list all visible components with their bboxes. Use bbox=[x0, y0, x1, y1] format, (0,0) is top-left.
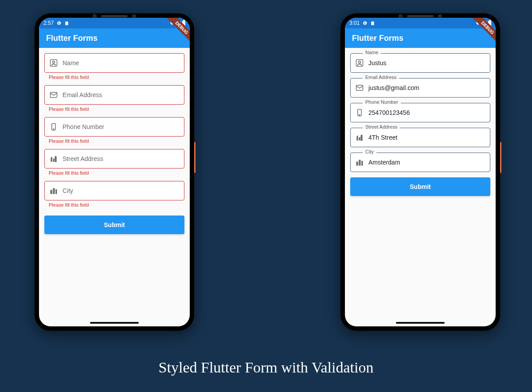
phone-icon bbox=[355, 108, 364, 117]
phone-placeholder: Phone Number bbox=[63, 123, 104, 130]
email-field[interactable]: justus@gmail.com bbox=[350, 78, 490, 98]
nav-gesture-bar bbox=[396, 322, 445, 324]
street-icon bbox=[49, 154, 58, 163]
city-field[interactable]: Amsterdam bbox=[350, 153, 490, 172]
name-field[interactable]: Justus bbox=[350, 53, 490, 73]
city-icon bbox=[355, 158, 364, 167]
name-error: Please fill this field bbox=[44, 73, 184, 82]
gear-icon bbox=[56, 20, 62, 26]
mail-icon bbox=[355, 83, 364, 92]
city-icon bbox=[49, 186, 58, 195]
svg-rect-0 bbox=[66, 21, 68, 25]
status-time: 3:01 bbox=[349, 20, 360, 26]
app-bar: Flutter Forms bbox=[39, 28, 190, 48]
svg-rect-6 bbox=[372, 21, 374, 25]
card-icon bbox=[370, 20, 375, 26]
phone-value: 254700123456 bbox=[368, 109, 410, 116]
status-bar: 2:57 bbox=[39, 18, 190, 28]
submit-label: Submit bbox=[410, 183, 430, 190]
street-icon bbox=[355, 133, 364, 142]
submit-label: Submit bbox=[104, 221, 125, 228]
submit-button[interactable]: Submit bbox=[350, 177, 490, 196]
submit-button[interactable]: Submit bbox=[44, 216, 184, 234]
street-label: Street Address bbox=[363, 124, 400, 129]
email-value: justus@gmail.com bbox=[368, 84, 419, 91]
svg-point-8 bbox=[359, 61, 361, 63]
status-time: 2:57 bbox=[43, 20, 54, 26]
nav-gesture-bar bbox=[90, 322, 139, 324]
name-label: Name bbox=[363, 50, 381, 55]
email-error: Please fill this field bbox=[44, 105, 184, 114]
phone-error: Please fill this field bbox=[44, 137, 184, 146]
phone-field[interactable]: 254700123456 bbox=[350, 103, 490, 122]
app-title: Flutter Forms bbox=[46, 34, 98, 43]
city-error: Please fill this field bbox=[44, 200, 184, 210]
phone-left: DEBUG 2:57 Flutter Forms bbox=[35, 13, 194, 331]
person-icon bbox=[355, 59, 364, 67]
person-icon bbox=[49, 59, 58, 67]
svg-point-11 bbox=[359, 114, 360, 115]
app-title: Flutter Forms bbox=[352, 34, 403, 43]
name-value: Justus bbox=[368, 59, 386, 67]
form: Name Justus Email Address justus@gmail.c… bbox=[345, 48, 496, 201]
city-field[interactable]: City bbox=[44, 181, 184, 200]
caption: Styled Flutter Form with Validation bbox=[0, 359, 532, 376]
mail-icon bbox=[49, 90, 58, 99]
city-placeholder: City bbox=[63, 187, 73, 194]
phone-label: Phone Number bbox=[363, 99, 401, 105]
street-placeholder: Street Address bbox=[63, 155, 103, 162]
city-label: City bbox=[363, 149, 376, 154]
name-placeholder: Name bbox=[63, 59, 79, 67]
street-field[interactable]: 4Th Street bbox=[350, 128, 490, 147]
email-placeholder: Email Address bbox=[63, 91, 102, 98]
status-bar: 3:01 bbox=[345, 18, 496, 28]
email-label: Email Address bbox=[363, 74, 399, 80]
form: Name Please fill this field Email Addres… bbox=[39, 48, 190, 239]
gear-icon bbox=[362, 20, 368, 26]
svg-point-5 bbox=[53, 129, 54, 129]
street-value: 4Th Street bbox=[368, 134, 397, 141]
phone-field[interactable]: Phone Number bbox=[44, 117, 184, 137]
street-field[interactable]: Street Address bbox=[44, 149, 184, 169]
name-field[interactable]: Name bbox=[44, 53, 184, 73]
svg-point-2 bbox=[53, 61, 55, 63]
app-bar: Flutter Forms bbox=[345, 28, 496, 48]
street-error: Please fill this field bbox=[44, 169, 184, 178]
phone-right: DEBUG 3:01 Flutter Forms bbox=[340, 13, 500, 331]
phone-icon bbox=[49, 122, 58, 131]
city-value: Amsterdam bbox=[368, 159, 400, 166]
card-icon bbox=[64, 20, 69, 26]
email-field[interactable]: Email Address bbox=[44, 85, 184, 105]
